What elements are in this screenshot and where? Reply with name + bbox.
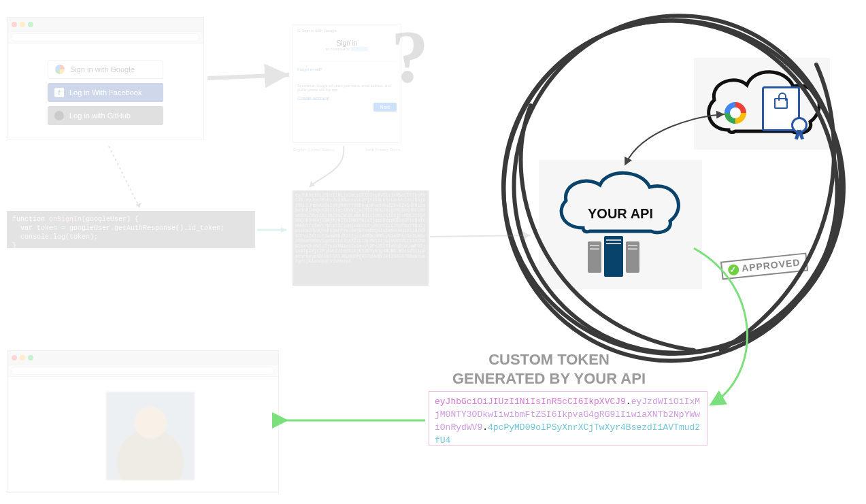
- jwt-token-block: eyJhbGciOiJSUzI1NiIsImtpZCI6IkpXVCIsInR5…: [293, 190, 429, 286]
- google-btn-label: Sign in with Google: [70, 65, 135, 73]
- google-g-icon: [55, 65, 65, 74]
- browser-social-login: Sign in with Google f Log in With Facebo…: [7, 17, 204, 139]
- certificate-icon: [762, 86, 800, 131]
- custom-token-heading: CUSTOM TOKEN GENERATED BY YOUR API: [452, 350, 646, 388]
- jwt-header-part: eyJhbGciOiJIUzI1NiIsInR5cCI6IkpXVCJ9: [435, 397, 626, 407]
- popup-create-link[interactable]: Create account: [297, 96, 329, 101]
- arrow-browser-to-popup: [204, 61, 296, 95]
- arrow-popup-to-token: [299, 143, 367, 190]
- popup-disclaimer: To continue, Google will share your name…: [297, 84, 397, 92]
- window-min-icon: [20, 22, 25, 27]
- facebook-f-icon: f: [54, 88, 64, 97]
- github-signin-button[interactable]: Log in with GitHub: [48, 106, 163, 125]
- server-rack-icon: [588, 241, 639, 277]
- browser-tabbar: [7, 18, 203, 31]
- arrow-api-to-custom-token: [687, 245, 769, 408]
- code-snippet: function onSignIn(googleUser) { var toke…: [7, 211, 255, 248]
- api-label: YOUR API: [588, 206, 653, 222]
- address-input[interactable]: [12, 367, 274, 375]
- arrow-browser-to-code: [102, 143, 156, 211]
- popup-next-button[interactable]: Next: [373, 103, 397, 112]
- lock-icon: [774, 98, 788, 109]
- address-input[interactable]: [12, 33, 199, 41]
- user-photo-placeholder: [106, 392, 195, 480]
- custom-token-box: eyJhbGciOiJIUzI1NiIsInR5cCI6IkpXVCJ9.eyJ…: [429, 391, 707, 446]
- facebook-btn-label: Log in With Facebook: [69, 88, 141, 97]
- browser-addressbar: [7, 365, 278, 377]
- browser-addressbar: [7, 31, 203, 44]
- your-api-card: YOUR API: [539, 160, 702, 289]
- window-close-icon: [12, 22, 17, 27]
- google-signin-button[interactable]: Sign in with Google: [48, 60, 163, 79]
- popup-forgot-link[interactable]: Forgot email?: [297, 67, 397, 71]
- ribbon-seal-icon: [791, 117, 807, 133]
- popup-subtitle: to continue to appname: [297, 47, 397, 51]
- arrow-api-google-bidir: [616, 109, 731, 170]
- popup-title: Sign in: [297, 39, 397, 47]
- browser-user-view: [7, 350, 279, 493]
- popup-email-field[interactable]: [297, 56, 397, 62]
- github-icon: [54, 111, 64, 120]
- server-icon: [604, 236, 623, 277]
- browser-tabbar: [7, 351, 278, 365]
- window-min-icon: [20, 355, 25, 360]
- arrow-token-to-user: [279, 414, 429, 427]
- github-btn-label: Log in with GitHub: [69, 112, 131, 120]
- arrow-token-to-api: [429, 230, 537, 243]
- window-max-icon: [28, 22, 33, 27]
- google-signin-popup: G Sign in with Google Sign in to continu…: [293, 24, 401, 143]
- arrow-code-to-token: [256, 223, 293, 237]
- server-icon: [626, 241, 639, 273]
- window-max-icon: [28, 355, 33, 360]
- question-mark-icon: ?: [391, 14, 429, 100]
- facebook-signin-button[interactable]: f Log in With Facebook: [48, 83, 163, 102]
- server-icon: [588, 241, 601, 273]
- window-close-icon: [12, 355, 17, 360]
- cloud-icon: [549, 163, 692, 245]
